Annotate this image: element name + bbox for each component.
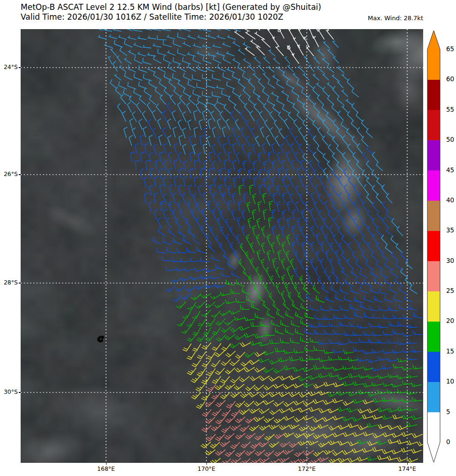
max-wind-label: Max. Wind: 28.7kt [329,15,423,22]
colorbar-segment [427,110,440,140]
colorbar-segment [427,230,440,261]
x-axis-tick [407,463,408,465]
colorbar-segment [427,49,440,80]
colorbar-segment [427,352,440,382]
x-axis-tick [307,463,308,465]
y-axis-tick [19,174,21,175]
colorbar [425,28,456,465]
x-axis-tick-label: 168°E [91,465,121,472]
y-axis-tick [19,283,21,284]
x-axis-tick [206,463,207,465]
colorbar-tick-label: 30 [446,257,456,264]
colorbar-tick-label: 60 [446,75,456,83]
colorbar-segment [427,412,440,443]
colorbar-segment [427,140,440,170]
colorbar-tick-label: 65 [446,45,456,53]
satellite-wind-map [21,29,423,463]
colorbar-segment [427,382,440,412]
y-axis-tick-label: 28°S [0,279,18,286]
colorbar-under-arrow [427,442,440,462]
colorbar-tick-label: 55 [446,106,456,113]
colorbar-tick-label: 15 [446,347,456,355]
x-axis-tick [106,463,107,465]
x-axis-tick-label: 174°E [392,465,422,472]
colorbar-tick-label: 25 [446,287,456,294]
colorbar-segment [427,321,440,352]
colorbar-tick-label: 5 [446,408,456,415]
y-axis-tick-label: 26°S [0,170,18,177]
y-axis-tick [19,67,21,68]
page-subtitle: Valid Time: 2026/01/30 1016Z / Satellite… [21,12,283,22]
figure: MetOp-B ASCAT Level 2 12.5 KM Wind (barb… [0,0,456,476]
page-title: MetOp-B ASCAT Level 2 12.5 KM Wind (barb… [21,2,321,12]
colorbar-segment [427,291,440,322]
colorbar-segment [427,261,440,292]
colorbar-tick-label: 20 [446,317,456,324]
colorbar-tick-label: 50 [446,136,456,143]
x-axis-tick-label: 172°E [292,465,322,472]
y-axis-tick-label: 30°S [0,388,18,395]
y-axis-tick [19,392,21,393]
colorbar-tick-label: 10 [446,377,456,385]
colorbar-over-arrow [427,31,440,49]
colorbar-segment [427,170,440,201]
colorbar-tick-label: 0 [446,438,456,445]
colorbar-tick-label: 35 [446,226,456,234]
colorbar-tick-label: 40 [446,196,456,204]
x-axis-tick-label: 170°E [191,465,221,472]
colorbar-segment [427,200,440,231]
y-axis-tick-label: 24°S [0,63,18,70]
colorbar-tick-label: 45 [446,166,456,174]
colorbar-segment [427,79,440,110]
